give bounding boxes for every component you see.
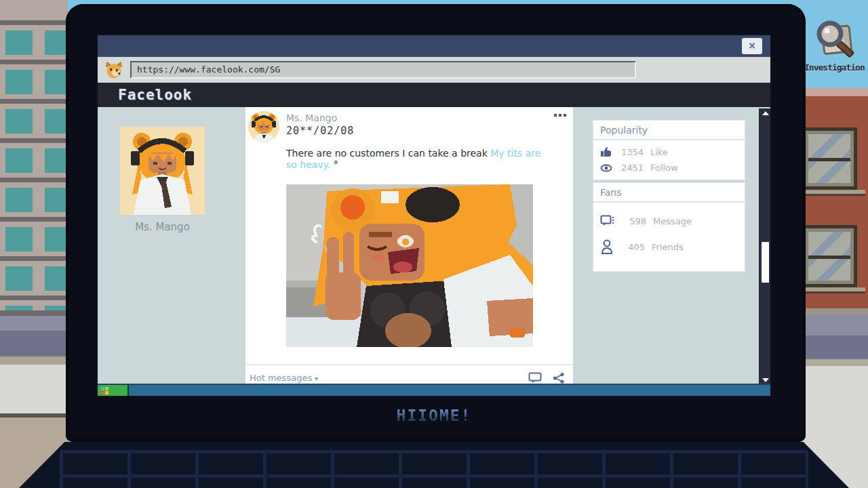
- game-scene: HIIOME! × https://www.facelook.com/SG Fa…: [0, 0, 868, 488]
- window: [802, 127, 857, 190]
- thumbs-up-icon: [600, 146, 612, 157]
- os-taskbar: [98, 384, 770, 396]
- post-footer: Hot messages ▾: [250, 370, 565, 385]
- eye-icon: [600, 163, 612, 173]
- fans-title: Fans: [593, 183, 745, 203]
- page-content: Ms. Mango: [98, 107, 770, 386]
- message-row: 598 Message: [593, 215, 745, 227]
- hot-messages-dropdown[interactable]: Hot messages ▾: [250, 373, 318, 383]
- window: [802, 225, 857, 287]
- desktop-icon-investigation[interactable]: Investigation: [804, 18, 863, 73]
- address-bar: https://www.facelook.com/SG: [98, 57, 770, 83]
- message-count: 598: [622, 216, 646, 226]
- popularity-card: Popularity 1354 Like: [593, 120, 745, 180]
- post-date: 20**/02/08: [286, 125, 354, 137]
- chat-icon: [600, 215, 615, 227]
- doge-icon: [104, 60, 123, 79]
- post-avatar[interactable]: [248, 111, 279, 142]
- person-icon: [600, 239, 614, 254]
- friends-label: Friends: [652, 242, 684, 252]
- post-text-plain: There are no customers I can take a brea…: [286, 148, 490, 159]
- scroll-up-icon[interactable]: [762, 111, 769, 115]
- follow-label: Follow: [650, 163, 678, 173]
- friends-row: 405 Friends: [593, 239, 745, 254]
- post-card: Ms. Mango 20**/02/08 There are no custom…: [245, 107, 573, 386]
- scroll-down-icon[interactable]: [762, 378, 769, 382]
- message-label: Message: [653, 216, 692, 226]
- magnifier-document-icon: [811, 18, 856, 58]
- fans-card: Fans 598 Message: [593, 182, 745, 272]
- keyboard-keys: [60, 450, 808, 488]
- laptop-keyboard: [19, 442, 849, 488]
- desktop-icon-label: Investigation: [804, 62, 863, 73]
- scrollbar[interactable]: [759, 108, 770, 385]
- follow-row: 2451 Follow: [593, 163, 745, 173]
- profile-name: Ms. Mango: [103, 221, 222, 233]
- scrollbar-thumb[interactable]: [762, 242, 769, 283]
- like-row: 1354 Like: [593, 146, 745, 157]
- window-titlebar[interactable]: ×: [98, 35, 770, 57]
- site-title: Facelook: [118, 87, 192, 103]
- comment-icon[interactable]: [528, 372, 542, 384]
- post-art: [286, 184, 533, 347]
- profile-art: [120, 127, 205, 215]
- post-image[interactable]: [286, 184, 533, 347]
- chevron-down-icon: ▾: [315, 375, 318, 382]
- like-count: 1354: [619, 147, 644, 157]
- like-label: Like: [650, 147, 668, 157]
- follow-count: 2451: [619, 163, 644, 173]
- start-button[interactable]: [98, 385, 129, 396]
- profile-picture[interactable]: [120, 127, 205, 215]
- site-header: Facelook: [98, 83, 770, 107]
- os-logo-icon: [101, 387, 108, 394]
- post-author: Ms. Mango: [286, 113, 337, 123]
- post-text-suffix: °: [330, 159, 338, 170]
- city-building-left: [0, 0, 68, 488]
- post-text: There are no customers I can take a brea…: [286, 148, 542, 171]
- post-menu-icon[interactable]: [554, 114, 566, 117]
- avatar-art: [248, 111, 279, 142]
- building-facade-left: [0, 0, 68, 310]
- divider: [245, 364, 573, 365]
- popularity-title: Popularity: [593, 121, 745, 140]
- friends-count: 405: [620, 242, 645, 252]
- close-button[interactable]: ×: [742, 38, 762, 54]
- share-icon[interactable]: [553, 372, 565, 384]
- url-input[interactable]: https://www.facelook.com/SG: [130, 61, 636, 79]
- laptop-brand-logo: HIIOME!: [397, 407, 472, 424]
- browser-window: × https://www.facelook.com/SG Facelook: [96, 34, 772, 397]
